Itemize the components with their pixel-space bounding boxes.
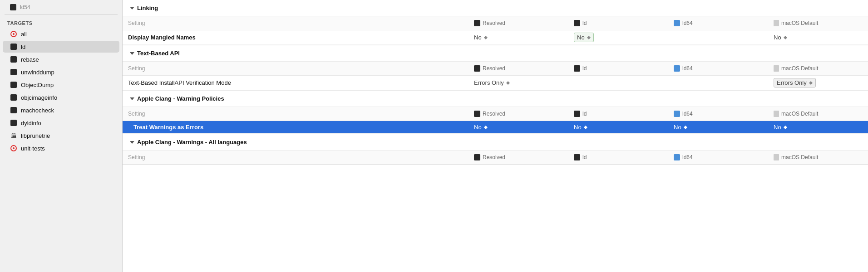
stepper-down-macos-tba xyxy=(809,83,813,85)
sidebar-item-unwinddump[interactable]: unwinddump xyxy=(3,66,119,78)
wal-col-macos: macOS Default xyxy=(768,152,868,162)
resolved-stepper-tba[interactable]: Errors Only xyxy=(474,79,510,86)
ld64-value-display-mangled xyxy=(668,30,768,44)
table-row[interactable]: Text-Based InstallAPI Verification Mode … xyxy=(123,76,868,90)
collapse-linking-icon[interactable] xyxy=(130,7,134,10)
ld64-value-treat-warnings[interactable]: No xyxy=(668,121,768,133)
macos-stepper-tba[interactable]: Errors Only xyxy=(777,79,813,86)
linking-col-macos: macOS Default xyxy=(768,18,868,28)
resolved-value-treat-warnings[interactable]: No xyxy=(469,121,568,133)
ld-stepper-wp[interactable]: No xyxy=(574,124,587,131)
linking-col-headers: Setting Resolved ld ld64 macOS Default xyxy=(123,16,868,30)
ld-value-treat-warnings[interactable]: No xyxy=(568,121,668,133)
stepper-arrows-ld-wp xyxy=(584,126,587,129)
terminal-icon-machocheck xyxy=(10,107,17,114)
sidebar-item-dyldinfo[interactable]: dyldinfo xyxy=(3,117,119,129)
warnings-all-languages-section-header[interactable]: Apple Clang - Warnings - All languages xyxy=(123,134,868,151)
sidebar-item-objectdump[interactable]: ObjectDump xyxy=(3,79,119,91)
sidebar-item-all[interactable]: all xyxy=(3,28,119,40)
linking-section-header[interactable]: Linking xyxy=(123,0,868,16)
stepper-arrows-macos xyxy=(784,36,787,39)
stepper-down-ld xyxy=(587,38,591,39)
warnings-all-col-headers: Setting Resolved ld ld64 macOS Default xyxy=(123,151,868,165)
sidebar-item-label-dyldinfo: dyldinfo xyxy=(21,120,41,126)
linking-col-ld: ld xyxy=(568,18,668,28)
resolved-icon-tba xyxy=(474,65,480,72)
text-based-api-section: Text-Based API Setting Resolved ld ld64 … xyxy=(123,45,868,91)
building-icon-libprunetrie: 🏛 xyxy=(10,132,17,139)
ld-icon-wp xyxy=(574,111,580,117)
sidebar-item-rebase[interactable]: rebase xyxy=(3,53,119,65)
warning-policies-section-title: Apple Clang - Warning Policies xyxy=(137,95,224,102)
text-based-api-section-title: Text-Based API xyxy=(137,50,180,57)
resolved-stepper-wp[interactable]: No xyxy=(474,124,488,131)
expand-treat-warnings-icon[interactable] xyxy=(128,125,131,130)
sidebar: ld54 TARGETS all ld rebase unwinddump Ob… xyxy=(0,0,123,272)
sidebar-item-ld[interactable]: ld xyxy=(3,41,119,53)
wal-col-resolved: Resolved xyxy=(469,152,568,162)
collapse-warnings-all-icon[interactable] xyxy=(130,141,134,144)
macos-value-text-based-install[interactable]: Errors Only xyxy=(768,76,868,90)
tba-col-setting-label: Setting xyxy=(128,65,145,72)
sidebar-item-libprunetrie[interactable]: 🏛 libprunetrie xyxy=(3,130,119,141)
ld-stepper[interactable]: No xyxy=(577,34,591,41)
ld64-icon-wp xyxy=(674,111,680,117)
resolved-icon-wp xyxy=(474,111,480,117)
tba-col-ld: ld xyxy=(568,63,668,73)
wp-col-resolved: Resolved xyxy=(469,109,568,119)
stepper-arrows-ld64-wp xyxy=(684,126,687,129)
ld-icon-wal xyxy=(574,154,580,160)
wal-col-setting: Setting xyxy=(123,152,469,162)
sidebar-item-label-objcimageinfo: objcimageinfo xyxy=(21,94,57,101)
sidebar-item-objcimageinfo[interactable]: objcimageinfo xyxy=(3,92,119,103)
macos-stepper-wp[interactable]: No xyxy=(774,124,787,131)
wp-col-resolved-label: Resolved xyxy=(483,111,505,117)
sidebar-partial-label: ld54 xyxy=(20,4,30,10)
macos-stepper[interactable]: No xyxy=(774,34,787,41)
wp-col-ld: ld xyxy=(568,109,668,119)
warnings-all-languages-section: Apple Clang - Warnings - All languages S… xyxy=(123,134,868,165)
resolved-icon-wal xyxy=(474,154,480,160)
table-row[interactable]: Display Mangled Names No No xyxy=(123,30,868,45)
macos-value-treat-warnings[interactable]: No xyxy=(768,121,868,133)
stepper-down-wp xyxy=(484,127,488,129)
wal-col-macos-label: macOS Default xyxy=(781,154,818,160)
sidebar-item-machocheck[interactable]: machocheck xyxy=(3,104,119,116)
text-based-api-section-header[interactable]: Text-Based API xyxy=(123,45,868,62)
wal-col-ld64: ld64 xyxy=(668,152,768,162)
target-icon-unit-tests xyxy=(10,145,17,152)
collapse-text-based-api-icon[interactable] xyxy=(130,52,134,55)
wal-col-resolved-label: Resolved xyxy=(483,154,505,160)
linking-col-ld-label: ld xyxy=(582,20,587,26)
tba-col-macos-label: macOS Default xyxy=(781,65,818,72)
stepper-down xyxy=(484,38,488,39)
table-row[interactable]: Treat Warnings as Errors No No xyxy=(123,121,868,134)
terminal-icon-unwinddump xyxy=(10,68,17,76)
stepper-down-ld64-wp xyxy=(684,127,687,129)
sidebar-item-label-unwinddump: unwinddump xyxy=(21,69,54,76)
setting-name-text-based-install: Text-Based InstallAPI Verification Mode xyxy=(123,76,469,90)
macos-active-cell-tba[interactable]: Errors Only xyxy=(774,78,816,87)
tba-col-resolved-label: Resolved xyxy=(483,65,505,72)
ld-value-display-mangled[interactable]: No xyxy=(568,30,668,44)
ld64-stepper-wp[interactable]: No xyxy=(674,124,687,131)
resolved-stepper[interactable]: No xyxy=(474,34,488,41)
stepper-arrows-wp xyxy=(484,126,488,129)
stepper-down-tba xyxy=(506,83,510,85)
terminal-icon-objcimageinfo xyxy=(10,94,17,101)
wal-col-ld-label: ld xyxy=(582,154,587,160)
wp-col-ld64: ld64 xyxy=(668,109,768,119)
warning-policies-section-header[interactable]: Apple Clang - Warning Policies xyxy=(123,91,868,107)
main-content: Linking Setting Resolved ld ld64 macOS D… xyxy=(123,0,868,272)
ld-active-cell[interactable]: No xyxy=(574,33,594,42)
sidebar-item-unit-tests[interactable]: unit-tests xyxy=(3,142,119,154)
stepper-arrows xyxy=(484,36,488,39)
collapse-warning-policies-icon[interactable] xyxy=(130,97,134,100)
linking-col-resolved-label: Resolved xyxy=(483,20,505,26)
macos-icon-linking xyxy=(774,20,779,26)
ld-value-text-based-install xyxy=(568,76,668,90)
terminal-icon-ld xyxy=(10,43,17,50)
resolved-icon-linking xyxy=(474,20,480,26)
stepper-down-macos-wp xyxy=(784,127,787,129)
macos-value-display-mangled: No xyxy=(768,30,868,44)
